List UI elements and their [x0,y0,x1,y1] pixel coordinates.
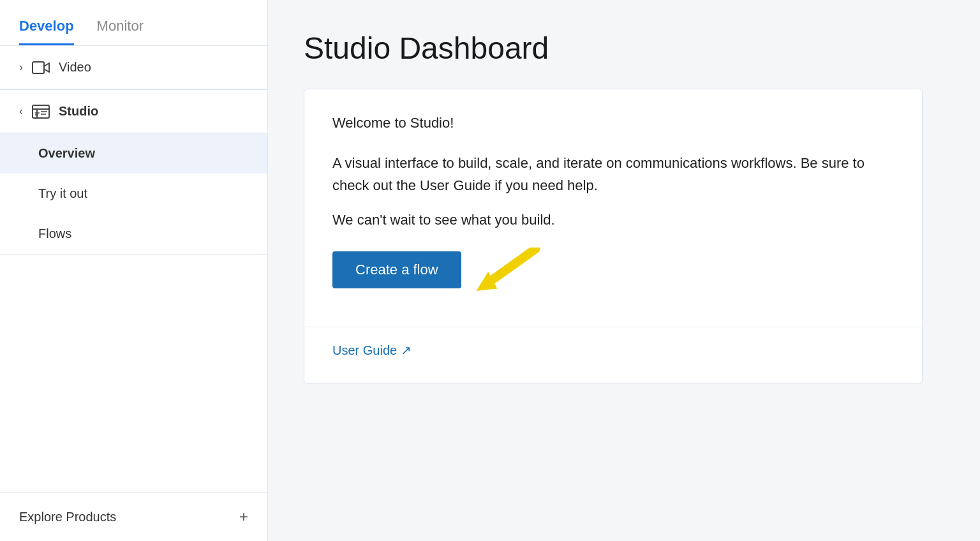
sidebar-item-video[interactable]: › Video [0,46,267,89]
svg-marker-1 [44,63,49,72]
sidebar-section-video: › Video [0,46,267,89]
sidebar-tabs: Develop Monitor [0,0,267,46]
section-divider-2 [0,254,267,255]
card-description: A visual interface to build, scale, and … [332,152,894,196]
welcome-card: Welcome to Studio! A visual interface to… [304,89,923,384]
sidebar-section-studio: ‹ Studio Overview Try it out Flows [0,90,267,254]
chevron-down-icon: ‹ [19,105,23,118]
sidebar-item-studio[interactable]: ‹ Studio [0,90,267,133]
chevron-right-icon: › [19,61,23,74]
sidebar-subitem-try-it-out[interactable]: Try it out [0,174,267,214]
card-tagline: We can't wait to see what you build. [332,212,894,228]
user-guide-link[interactable]: User Guide ↗ [332,343,412,358]
sidebar-explore-products[interactable]: Explore Products + [0,492,267,541]
card-welcome-text: Welcome to Studio! [332,115,894,131]
main-content: Studio Dashboard Welcome to Studio! A vi… [268,0,980,541]
plus-icon: + [239,508,248,526]
create-flow-button[interactable]: Create a flow [332,251,461,288]
svg-rect-0 [33,62,44,73]
tab-monitor[interactable]: Monitor [97,18,144,45]
sidebar: Develop Monitor › Video ‹ [0,0,268,541]
explore-products-label: Explore Products [19,510,116,524]
sidebar-subitem-overview[interactable]: Overview [0,133,267,174]
video-icon [32,61,50,75]
tab-develop[interactable]: Develop [19,18,74,45]
sidebar-studio-subitems: Overview Try it out Flows [0,133,267,254]
yellow-arrow-icon [464,248,547,292]
card-divider [304,327,922,327]
sidebar-item-video-label: Video [59,60,91,75]
studio-icon [32,105,50,119]
sidebar-subitem-flows[interactable]: Flows [0,214,267,254]
sidebar-item-studio-label: Studio [59,104,98,119]
page-title: Studio Dashboard [304,31,944,66]
create-flow-container: Create a flow [332,251,461,288]
